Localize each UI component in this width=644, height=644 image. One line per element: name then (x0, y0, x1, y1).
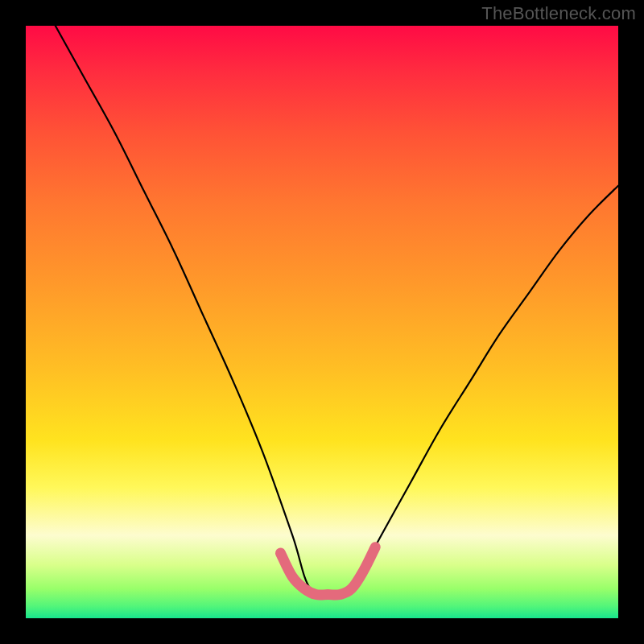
chart-frame: TheBottleneck.com (0, 0, 644, 644)
curve-layer (26, 26, 618, 618)
plot-area (26, 26, 618, 618)
bottleneck-curve (56, 26, 618, 596)
watermark-text: TheBottleneck.com (481, 3, 636, 24)
optimal-region-highlight (280, 547, 375, 595)
